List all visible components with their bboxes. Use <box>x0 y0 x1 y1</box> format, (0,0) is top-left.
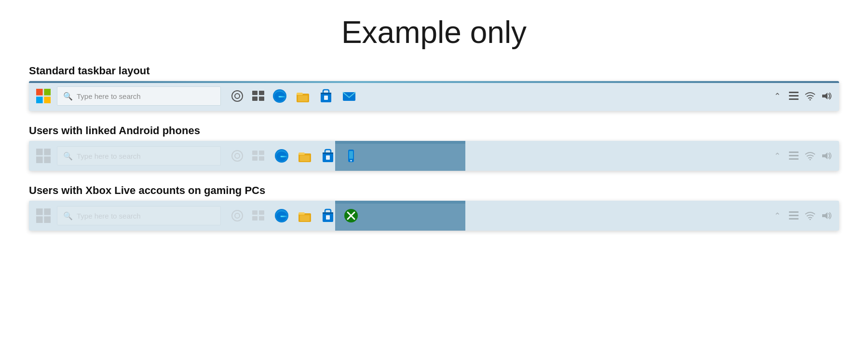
svg-rect-64 <box>326 215 330 220</box>
search-bar-xbox[interactable]: 🔍 Type here to search <box>57 206 221 225</box>
svg-rect-49 <box>44 208 51 215</box>
notifications-icon-android[interactable] <box>787 149 800 163</box>
section-xbox: Users with Xbox Live accounts on gaming … <box>29 184 839 231</box>
ms-store-icon-android[interactable] <box>317 145 339 166</box>
xbox-icon-xbox[interactable] <box>340 205 362 226</box>
svg-marker-47 <box>822 152 827 159</box>
svg-marker-70 <box>822 212 827 219</box>
chevron-icon-xbox[interactable]: ⌃ <box>771 209 784 222</box>
svg-rect-57 <box>259 216 264 221</box>
notifications-icon-xbox[interactable] <box>787 209 800 222</box>
volume-icon-xbox[interactable] <box>820 209 833 222</box>
edge-icon-xbox[interactable] <box>271 205 292 226</box>
search-bar-standard[interactable]: 🔍 Type here to search <box>57 86 221 106</box>
file-explorer-icon-xbox[interactable] <box>294 205 315 226</box>
page-title: Example only <box>29 14 839 50</box>
svg-rect-60 <box>298 212 305 215</box>
windows-start-button[interactable] <box>33 85 54 107</box>
svg-rect-24 <box>44 149 51 155</box>
pinned-apps-xbox <box>271 205 362 226</box>
search-bar-android[interactable]: 🔍 Type here to search <box>57 146 221 166</box>
svg-rect-13 <box>298 96 308 101</box>
search-icon-standard: 🔍 <box>63 92 73 101</box>
svg-rect-15 <box>321 93 331 94</box>
svg-rect-30 <box>259 151 264 155</box>
svg-rect-45 <box>789 158 799 160</box>
search-icon-android: 🔍 <box>63 152 73 161</box>
svg-rect-68 <box>789 218 799 220</box>
pinned-apps-android <box>271 145 362 166</box>
svg-point-52 <box>232 210 243 221</box>
task-view-button-standard[interactable] <box>248 85 269 107</box>
svg-rect-61 <box>300 215 310 221</box>
cortana-button-xbox[interactable] <box>227 205 248 226</box>
svg-point-53 <box>235 213 240 218</box>
mail-icon-standard[interactable] <box>339 85 360 107</box>
svg-rect-32 <box>259 156 264 161</box>
svg-rect-12 <box>297 93 303 95</box>
taskbar-android: 🔍 Type here to search <box>29 141 839 171</box>
svg-rect-19 <box>789 95 799 97</box>
file-explorer-icon-android[interactable] <box>294 145 315 166</box>
svg-rect-2 <box>36 97 43 103</box>
file-explorer-icon-standard[interactable] <box>292 85 313 107</box>
svg-rect-16 <box>324 96 328 100</box>
taskbar-left-xbox: 🔍 Type here to search <box>29 205 269 226</box>
section-standard-label: Standard taskbar layout <box>29 65 839 77</box>
search-placeholder-android: Type here to search <box>77 152 141 160</box>
ms-store-icon-xbox[interactable] <box>317 205 339 226</box>
svg-rect-43 <box>789 152 799 153</box>
section-standard: Standard taskbar layout 🔍 Type here to s… <box>29 65 839 111</box>
svg-rect-8 <box>252 97 258 101</box>
volume-icon-android[interactable] <box>820 149 833 163</box>
taskbar-standard: 🔍 Type here to search <box>29 81 839 111</box>
svg-rect-44 <box>789 155 799 156</box>
svg-rect-25 <box>36 156 43 163</box>
svg-point-28 <box>235 153 240 158</box>
chevron-icon-standard[interactable]: ⌃ <box>771 89 784 103</box>
ms-store-icon-standard[interactable] <box>315 85 337 107</box>
svg-rect-48 <box>36 208 43 215</box>
wifi-icon-xbox[interactable] <box>803 209 817 222</box>
task-view-button-xbox[interactable] <box>248 205 269 226</box>
svg-rect-29 <box>252 151 258 155</box>
section-android: Users with linked Android phones 🔍 Type … <box>29 124 839 171</box>
highlight-strip-android <box>335 141 465 144</box>
windows-start-button-xbox[interactable] <box>33 205 54 226</box>
systray-standard: ⌃ <box>771 89 839 103</box>
svg-rect-39 <box>326 155 330 160</box>
svg-rect-36 <box>300 155 310 161</box>
svg-rect-35 <box>298 152 305 155</box>
task-view-button-android[interactable] <box>248 145 269 166</box>
search-placeholder-standard: Type here to search <box>77 92 141 100</box>
volume-icon-standard[interactable] <box>820 89 833 103</box>
svg-rect-63 <box>323 212 333 214</box>
svg-point-27 <box>232 151 243 161</box>
wifi-icon-standard[interactable] <box>803 89 817 103</box>
search-icon-xbox: 🔍 <box>63 211 73 221</box>
svg-rect-55 <box>259 210 264 215</box>
systray-android: ⌃ <box>771 149 839 163</box>
svg-rect-41 <box>349 151 353 159</box>
svg-point-4 <box>232 91 243 101</box>
chevron-icon-android[interactable]: ⌃ <box>771 149 784 163</box>
svg-rect-54 <box>252 210 258 215</box>
svg-point-69 <box>810 219 811 221</box>
svg-rect-56 <box>252 216 258 221</box>
svg-rect-7 <box>259 91 264 95</box>
svg-rect-9 <box>259 97 264 101</box>
cortana-button-standard[interactable] <box>227 85 248 107</box>
cortana-button-android[interactable] <box>227 145 248 166</box>
highlight-strip-xbox <box>335 201 465 204</box>
svg-rect-23 <box>36 149 43 155</box>
svg-rect-38 <box>323 152 333 154</box>
wifi-icon-android[interactable] <box>803 149 817 163</box>
notifications-icon-standard[interactable] <box>787 89 800 103</box>
edge-icon-standard[interactable] <box>269 85 290 107</box>
svg-rect-3 <box>44 97 51 103</box>
svg-rect-6 <box>252 91 258 95</box>
windows-start-button-android[interactable] <box>33 145 54 166</box>
phone-link-icon-android[interactable] <box>340 145 362 166</box>
edge-icon-android[interactable] <box>271 145 292 166</box>
svg-rect-31 <box>252 156 258 161</box>
